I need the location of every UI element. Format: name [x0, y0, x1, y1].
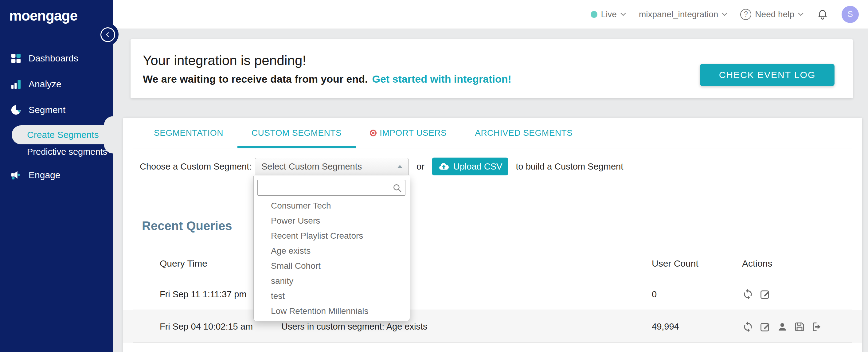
picker-suffix-text: to build a Custom Segment: [516, 162, 623, 172]
dropdown-option[interactable]: Recent Playlist Creators: [254, 228, 410, 243]
custom-segment-dropdown: Consumer Tech Power Users Recent Playlis…: [253, 176, 410, 321]
dropdown-search-box: [257, 180, 405, 196]
table-row: Fri Sep 04 10:02:15 am Users in custom s…: [123, 310, 862, 343]
segment-picker-label: Choose a Custom Segment:: [140, 162, 255, 172]
tab-label: IMPORT USERS: [380, 128, 446, 138]
sidebar-item-label: Create Segments: [27, 130, 99, 140]
cell-user-count: 49,994: [652, 322, 742, 332]
table-header-row: Query Time User Count Actions: [123, 249, 862, 278]
sidebar-item-label: Predictive segments: [27, 147, 107, 157]
tab-custom-segments[interactable]: CUSTOM SEGMENTS: [238, 118, 356, 148]
custom-segment-select-wrap: Select Custom Segments Consumer Tech Pow…: [255, 158, 408, 175]
environment-switcher[interactable]: Live: [591, 9, 626, 19]
sidebar-item-segment[interactable]: Segment: [0, 97, 113, 123]
search-icon: [392, 183, 402, 193]
integration-pending-banner: Your integration is pending! We are wait…: [130, 39, 853, 98]
segments-card: SEGMENTATION CUSTOM SEGMENTS IMPORT USER…: [123, 118, 862, 352]
segment-picker-row: Choose a Custom Segment: Select Custom S…: [123, 158, 862, 175]
sidebar-collapse-button[interactable]: [100, 27, 115, 42]
tab-import-users[interactable]: IMPORT USERS: [356, 118, 461, 148]
help-menu[interactable]: ? Need help: [740, 9, 804, 20]
user-icon[interactable]: [776, 321, 788, 333]
cell-description: Users in custom segment: Age exists: [281, 322, 652, 332]
edit-icon[interactable]: [759, 288, 771, 300]
column-actions: Actions: [742, 258, 862, 269]
cell-actions: [742, 321, 862, 333]
bell-icon[interactable]: [816, 8, 829, 21]
cell-query-time: Fri Sep 04 10:02:15 am: [160, 322, 281, 332]
pie-chart-icon: [10, 104, 22, 116]
sidebar-item-label: Segment: [29, 105, 65, 115]
triangle-up-icon: [397, 165, 403, 168]
sidebar-item-predictive-segments[interactable]: Predictive segments: [0, 145, 113, 159]
environment-label: Live: [601, 9, 617, 19]
question-circle-icon: ?: [740, 9, 751, 20]
cell-actions: [742, 288, 862, 300]
avatar[interactable]: S: [842, 6, 859, 23]
dropdown-option[interactable]: Age exists: [254, 243, 410, 258]
cell-user-count: 0: [652, 289, 742, 299]
tab-label: CUSTOM SEGMENTS: [252, 128, 342, 138]
sidebar-nav: Dashboards Analyze Segment Create Segmen…: [0, 45, 113, 188]
upload-csv-label: Upload CSV: [453, 162, 502, 172]
upload-csv-button[interactable]: Upload CSV: [432, 158, 509, 175]
help-label: Need help: [755, 9, 794, 19]
avatar-initial: S: [847, 9, 853, 19]
dropdown-option[interactable]: sanity: [254, 274, 410, 288]
save-icon[interactable]: [794, 321, 805, 333]
main-content: Your integration is pending! We are wait…: [113, 29, 868, 352]
refresh-icon[interactable]: [742, 321, 754, 333]
moengage-logo[interactable]: moengage: [0, 0, 113, 24]
dropdown-option[interactable]: Small Cohort: [254, 258, 410, 274]
recent-queries-table: Query Time User Count Actions Fri Sep 11…: [123, 249, 862, 343]
grid-icon: [10, 53, 22, 64]
banner-subtitle-text: We are waiting to receive data from your…: [143, 73, 368, 85]
get-started-link[interactable]: Get started with integration!: [372, 73, 511, 85]
table-row: Fri Sep 11 1:11:37 pm 0: [123, 278, 862, 310]
dropdown-option[interactable]: test: [254, 288, 410, 303]
sidebar-item-label: Dashboards: [29, 53, 78, 64]
dropdown-search-input[interactable]: [258, 180, 405, 195]
or-text: or: [416, 162, 425, 172]
workspace-name: mixpanel_integration: [639, 9, 718, 19]
bar-chart-icon: [10, 78, 22, 90]
chevron-down-icon: [798, 12, 804, 16]
sidebar: moengage Dashboards Analyze Seg: [0, 0, 113, 352]
megaphone-icon: [10, 169, 22, 181]
sidebar-item-engage[interactable]: Engage: [0, 162, 113, 188]
dropdown-option[interactable]: Low Retention Millennials: [254, 303, 410, 319]
check-event-log-button[interactable]: CHECK EVENT LOG: [700, 64, 835, 86]
tab-label: SEGMENTATION: [154, 128, 223, 138]
select-value: Select Custom Segments: [261, 162, 362, 172]
sidebar-item-analyze[interactable]: Analyze: [0, 71, 113, 97]
tab-bar: SEGMENTATION CUSTOM SEGMENTS IMPORT USER…: [123, 118, 862, 148]
edit-icon[interactable]: [759, 321, 771, 333]
sidebar-item-dashboards[interactable]: Dashboards: [0, 45, 113, 71]
chevron-down-icon: [620, 12, 626, 16]
dropdown-option[interactable]: Consumer Tech: [254, 198, 410, 213]
tab-label: ARCHIVED SEGMENTS: [475, 128, 572, 138]
sidebar-item-create-segments[interactable]: Create Segments: [12, 125, 113, 145]
cloud-upload-icon: [438, 161, 450, 172]
topbar: Live mixpanel_integration ? Need help S: [113, 0, 868, 29]
tab-segmentation[interactable]: SEGMENTATION: [140, 118, 238, 148]
workspace-switcher[interactable]: mixpanel_integration: [639, 9, 727, 19]
column-user-count: User Count: [652, 258, 742, 269]
recent-queries-title: Recent Queries: [142, 219, 862, 233]
chevron-left-icon: [104, 31, 112, 39]
dropdown-option[interactable]: Power Users: [254, 213, 410, 228]
live-dot: [591, 11, 597, 18]
chevron-down-icon: [722, 12, 727, 16]
refresh-icon[interactable]: [742, 288, 754, 300]
sidebar-item-label: Engage: [29, 170, 60, 180]
custom-segment-select[interactable]: Select Custom Segments: [255, 158, 408, 175]
record-dot-icon: [370, 130, 377, 136]
export-icon[interactable]: [811, 321, 823, 333]
sidebar-item-label: Analyze: [29, 79, 61, 89]
tab-archived-segments[interactable]: ARCHIVED SEGMENTS: [461, 118, 587, 148]
